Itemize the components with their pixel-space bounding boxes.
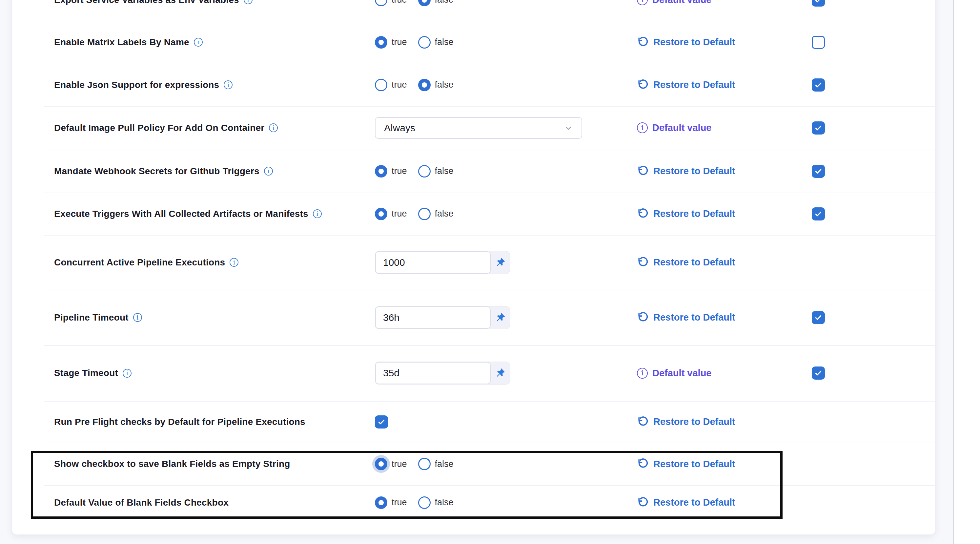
- override-checkbox[interactable]: [812, 0, 825, 6]
- radio-false[interactable]: [418, 79, 431, 91]
- true-false-radio-group: truefalse: [375, 458, 465, 470]
- setting-label: Pipeline Timeout: [54, 313, 129, 323]
- default-value-link[interactable]: iDefault value: [637, 0, 812, 5]
- restore-to-default-link[interactable]: Restore to Default: [637, 208, 812, 220]
- value-input[interactable]: 1000: [375, 251, 491, 274]
- settings-row: Mandate Webhook Secrets for Github Trigg…: [12, 150, 935, 193]
- radio-false[interactable]: [418, 0, 431, 6]
- radio-label-true: true: [391, 166, 407, 176]
- radio-true[interactable]: [375, 496, 387, 509]
- override-checkbox[interactable]: [812, 121, 825, 134]
- settings-row: Enable Json Support for expressionsitrue…: [12, 64, 935, 106]
- radio-label-true: true: [391, 37, 407, 47]
- override-checkbox-cell: [812, 36, 935, 49]
- setting-label: Enable Matrix Labels By Name: [54, 37, 189, 48]
- radio-true[interactable]: [375, 79, 387, 91]
- radio-option-true: true: [375, 36, 407, 49]
- setting-label: Stage Timeout: [54, 368, 118, 378]
- info-icon[interactable]: i: [269, 123, 278, 132]
- setting-label-cell: Mandate Webhook Secrets for Github Trigg…: [12, 166, 375, 177]
- right-panel-area: [954, 0, 980, 544]
- restore-to-default-link[interactable]: Restore to Default: [637, 312, 812, 324]
- setting-label: Mandate Webhook Secrets for Github Trigg…: [54, 166, 259, 177]
- radio-true[interactable]: [375, 458, 387, 470]
- override-checkbox[interactable]: [812, 311, 825, 324]
- setting-label-cell: Default Image Pull Policy For Add On Con…: [12, 123, 375, 133]
- pin-icon[interactable]: [491, 362, 510, 384]
- settings-row: Run Pre Flight checks by Default for Pip…: [12, 401, 935, 443]
- setting-label-cell: Show checkbox to save Blank Fields as Em…: [12, 459, 375, 469]
- setting-label-cell: Pipeline Timeouti: [12, 313, 375, 323]
- radio-option-true: true: [375, 496, 407, 509]
- setting-control-cell: 35d: [375, 362, 637, 384]
- radio-label-true: true: [391, 498, 407, 507]
- radio-false[interactable]: [418, 208, 431, 220]
- pin-icon[interactable]: [491, 251, 510, 274]
- action-label: Default value: [652, 0, 712, 5]
- override-checkbox[interactable]: [812, 165, 825, 178]
- radio-true[interactable]: [375, 165, 387, 177]
- setting-control-cell: truefalse: [375, 496, 637, 509]
- setting-control-cell: truefalse: [375, 0, 637, 6]
- radio-label-false: false: [435, 209, 453, 219]
- radio-label-false: false: [435, 80, 453, 90]
- pinned-input: 1000: [375, 251, 510, 274]
- info-icon[interactable]: i: [123, 369, 132, 378]
- restore-icon: [637, 208, 649, 220]
- override-checkbox-cell: [812, 367, 935, 380]
- action-label: Restore to Default: [653, 416, 735, 427]
- restore-to-default-link[interactable]: Restore to Default: [637, 257, 812, 268]
- info-icon[interactable]: i: [224, 80, 232, 89]
- setting-control-cell: [375, 415, 637, 429]
- restore-icon: [637, 497, 649, 509]
- restore-to-default-link[interactable]: Restore to Default: [637, 497, 812, 509]
- radio-true[interactable]: [375, 36, 387, 49]
- default-value-link[interactable]: iDefault value: [637, 122, 812, 133]
- setting-control-cell: truefalse: [375, 458, 637, 470]
- radio-label-true: true: [391, 80, 407, 90]
- action-label: Restore to Default: [653, 80, 735, 90]
- value-input[interactable]: 36h: [375, 306, 491, 329]
- restore-to-default-link[interactable]: Restore to Default: [637, 37, 812, 48]
- true-false-radio-group: truefalse: [375, 165, 465, 177]
- override-checkbox[interactable]: [812, 207, 825, 220]
- radio-true[interactable]: [375, 208, 387, 220]
- pull-policy-select[interactable]: Always: [375, 117, 582, 139]
- restore-icon: [637, 165, 649, 177]
- info-icon[interactable]: i: [264, 167, 273, 175]
- restore-to-default-link[interactable]: Restore to Default: [637, 416, 812, 428]
- setting-label: Concurrent Active Pipeline Executions: [54, 257, 225, 268]
- restore-to-default-link[interactable]: Restore to Default: [637, 79, 812, 91]
- radio-false[interactable]: [418, 165, 431, 177]
- radio-false[interactable]: [418, 36, 431, 49]
- setting-control-cell: Always: [375, 117, 637, 139]
- info-icon[interactable]: i: [244, 0, 253, 4]
- action-label: Default value: [652, 368, 712, 379]
- setting-label-cell: Default Value of Blank Fields Checkbox: [12, 498, 375, 508]
- setting-label: Export Service Variables as Env Variable…: [54, 0, 239, 5]
- radio-label-true: true: [391, 209, 407, 219]
- pin-icon[interactable]: [491, 306, 510, 329]
- override-checkbox[interactable]: [812, 78, 825, 91]
- restore-icon: [637, 312, 649, 324]
- restore-to-default-link[interactable]: Restore to Default: [637, 458, 812, 470]
- setting-checkbox[interactable]: [375, 415, 388, 429]
- default-value-link[interactable]: iDefault value: [637, 368, 812, 379]
- radio-false[interactable]: [418, 496, 431, 509]
- override-checkbox-cell: [812, 311, 935, 324]
- info-icon[interactable]: i: [229, 258, 239, 267]
- setting-label: Default Image Pull Policy For Add On Con…: [54, 123, 264, 133]
- radio-false[interactable]: [418, 458, 431, 470]
- override-checkbox[interactable]: [812, 367, 825, 380]
- info-icon[interactable]: i: [133, 313, 142, 322]
- setting-label: Show checkbox to save Blank Fields as Em…: [54, 459, 290, 469]
- setting-control-cell: 36h: [375, 306, 637, 329]
- info-icon[interactable]: i: [313, 209, 322, 218]
- radio-option-true: true: [375, 458, 407, 470]
- input-value: 35d: [383, 367, 399, 379]
- override-checkbox[interactable]: [812, 36, 825, 49]
- restore-to-default-link[interactable]: Restore to Default: [637, 165, 812, 177]
- value-input[interactable]: 35d: [375, 362, 491, 384]
- info-icon[interactable]: i: [194, 38, 203, 46]
- radio-true[interactable]: [375, 0, 387, 6]
